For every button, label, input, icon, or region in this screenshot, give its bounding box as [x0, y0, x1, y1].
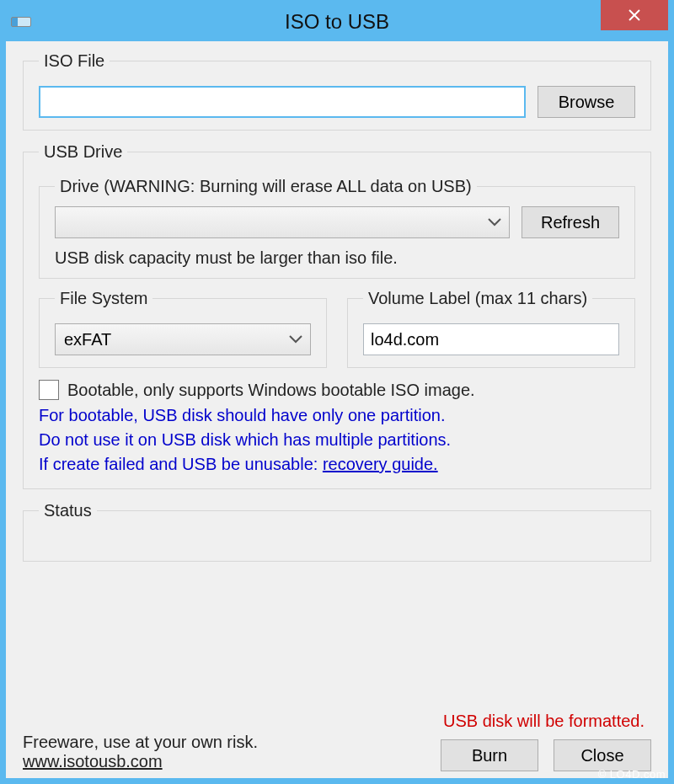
close-window-button[interactable]	[601, 0, 668, 30]
app-icon	[11, 17, 31, 27]
close-button[interactable]: Close	[554, 739, 651, 771]
bootable-hint: For bootable, USB disk should have only …	[39, 403, 635, 477]
volume-label-group: Volume Label (max 11 chars)	[347, 289, 635, 368]
app-window: ISO to USB ISO File Browse USB Drive Dri…	[0, 0, 674, 784]
titlebar: ISO to USB	[6, 6, 668, 38]
footer: USB disk will be formatted. Freeware, us…	[23, 733, 651, 771]
hint-line-3: If create failed and USB be unusable:	[39, 455, 323, 473]
browse-button[interactable]: Browse	[538, 86, 635, 118]
filesystem-select[interactable]: exFAT	[55, 323, 311, 355]
refresh-button[interactable]: Refresh	[522, 206, 619, 238]
close-icon	[627, 8, 642, 23]
window-title: ISO to USB	[6, 10, 668, 34]
iso-path-input[interactable]	[39, 86, 526, 118]
burn-button[interactable]: Burn	[441, 739, 538, 771]
iso-file-legend: ISO File	[39, 51, 110, 71]
recovery-guide-link[interactable]: recovery guide.	[323, 455, 438, 473]
file-system-legend: File System	[55, 289, 152, 308]
bootable-checkbox[interactable]	[39, 380, 59, 400]
drive-select[interactable]	[55, 206, 510, 238]
bootable-label: Bootable, only supports Windows bootable…	[67, 381, 475, 400]
hint-line-2: Do not use it on USB disk which has mult…	[39, 430, 451, 449]
file-system-group: File System exFAT	[39, 289, 327, 368]
status-legend: Status	[39, 501, 97, 520]
iso-file-group: ISO File Browse	[23, 51, 651, 131]
status-group: Status	[23, 501, 651, 562]
website-link[interactable]: www.isotousb.com	[23, 752, 163, 771]
capacity-note: USB disk capacity must be larger than is…	[55, 248, 619, 268]
hint-line-1: For bootable, USB disk should have only …	[39, 406, 446, 424]
usb-drive-group: USB Drive Drive (WARNING: Burning will e…	[23, 142, 651, 489]
drive-select-legend: Drive (WARNING: Burning will erase ALL d…	[55, 177, 477, 196]
usb-drive-legend: USB Drive	[39, 142, 127, 162]
drive-select-group: Drive (WARNING: Burning will erase ALL d…	[39, 177, 635, 279]
content-area: ISO File Browse USB Drive Drive (WARNING…	[6, 41, 668, 778]
volume-label-input[interactable]	[363, 323, 619, 355]
format-warning: USB disk will be formatted.	[443, 712, 645, 731]
volume-label-legend: Volume Label (max 11 chars)	[363, 289, 592, 308]
